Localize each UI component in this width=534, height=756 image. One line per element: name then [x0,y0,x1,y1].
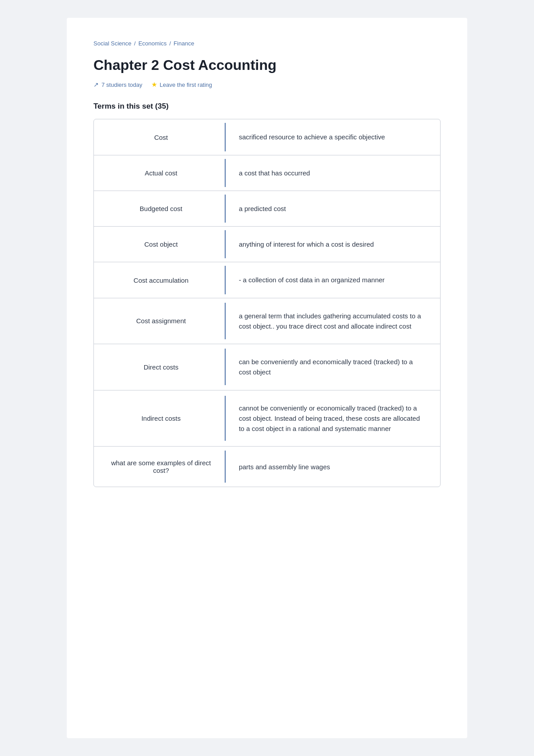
term-cell: Cost accumulation [94,262,226,297]
studiers-count: 7 studiers today [101,81,142,88]
trending-icon: ↗ [93,81,99,88]
rating-badge[interactable]: ★ Leave the first rating [151,81,212,89]
table-row: Costsacrificed resource to achieve a spe… [94,119,440,155]
definition-cell: sacrificed resource to achieve a specifi… [226,119,440,154]
term-cell: Actual cost [94,155,226,191]
definition-cell: cannot be conveniently or economically t… [226,390,440,447]
star-icon: ★ [151,81,157,89]
studiers-badge: ↗ 7 studiers today [93,81,142,88]
terms-table: Costsacrificed resource to achieve a spe… [93,119,441,487]
term-cell: Cost [94,119,226,154]
breadcrumb-economics[interactable]: Economics [138,40,167,47]
breadcrumb-social-science[interactable]: Social Science [93,40,131,47]
definition-cell: a cost that has occurred [226,155,440,191]
definition-cell: parts and assembly line wages [226,447,440,487]
table-row: Cost assignmenta general term that inclu… [94,298,440,345]
term-cell: Cost assignment [94,298,226,344]
definition-cell: anything of interest for which a cost is… [226,227,440,262]
breadcrumb: Social Science / Economics / Finance [93,40,441,47]
term-cell: what are some examples of direct cost? [94,447,226,487]
table-row: what are some examples of direct cost?pa… [94,447,440,487]
table-row: Budgeted costa predicted cost [94,191,440,227]
terms-heading: Terms in this set (35) [93,102,441,111]
table-row: Indirect costscannot be conveniently or … [94,390,440,447]
definition-cell: a general term that includes gathering a… [226,298,440,344]
term-cell: Cost object [94,227,226,262]
term-cell: Indirect costs [94,390,226,447]
term-cell: Budgeted cost [94,191,226,226]
rating-label: Leave the first rating [160,81,212,88]
meta-row: ↗ 7 studiers today ★ Leave the first rat… [93,81,441,89]
table-row: Direct costscan be conveniently and econ… [94,344,440,390]
definition-cell: a predicted cost [226,191,440,226]
table-row: Cost objectanything of interest for whic… [94,227,440,262]
breadcrumb-separator-1: / [134,40,136,47]
definition-cell: - a collection of cost data in an organi… [226,262,440,297]
breadcrumb-separator-2: / [169,40,171,47]
page-container: Social Science / Economics / Finance Cha… [67,18,467,738]
breadcrumb-finance[interactable]: Finance [174,40,194,47]
table-row: Actual costa cost that has occurred [94,155,440,191]
page-title: Chapter 2 Cost Accounting [93,57,441,73]
table-row: Cost accumulation- a collection of cost … [94,262,440,298]
term-cell: Direct costs [94,344,226,390]
definition-cell: can be conveniently and economically tra… [226,344,440,390]
